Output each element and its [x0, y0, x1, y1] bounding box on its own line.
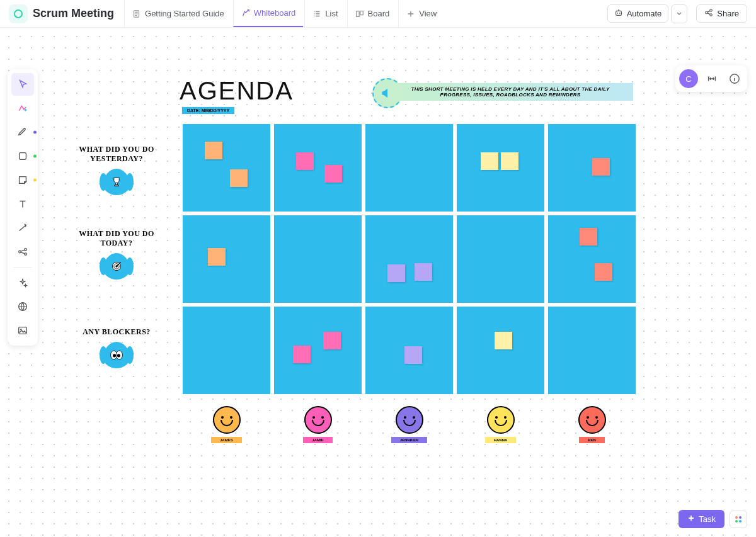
apps-button[interactable]: [730, 511, 747, 528]
agenda-heading: AGENDA: [180, 77, 294, 105]
tab-board[interactable]: Board: [347, 0, 398, 27]
row-text: What did you do today?: [79, 229, 154, 247]
person-name: HANNA: [485, 437, 517, 443]
chevron-down-icon: [675, 9, 683, 17]
sticky-note[interactable]: [404, 346, 422, 364]
tool-web[interactable]: [11, 295, 34, 318]
row-label-blockers: Any blockers?: [72, 327, 161, 368]
sticky-note[interactable]: [501, 152, 518, 170]
tab-label: List: [325, 9, 338, 18]
sticky-note[interactable]: [580, 228, 597, 246]
tool-relationship[interactable]: [11, 240, 34, 263]
tab-whiteboard[interactable]: Whiteboard: [233, 0, 303, 27]
grid-cell[interactable]: [457, 124, 544, 212]
eyes-icon: [103, 342, 130, 368]
description-banner: This short meeting is held every day and…: [387, 83, 633, 101]
tool-select[interactable]: [11, 73, 34, 96]
app-logo: [9, 4, 28, 23]
sticky-note[interactable]: [205, 142, 222, 159]
new-task-button[interactable]: Task: [679, 510, 724, 528]
svg-point-5: [619, 13, 621, 14]
tool-text[interactable]: [11, 193, 34, 215]
svg-point-26: [735, 520, 738, 523]
scrum-grid: [183, 124, 636, 394]
person-name: BEN: [579, 437, 605, 443]
automate-dropdown[interactable]: [671, 4, 687, 23]
person-name: JENNIFER: [391, 437, 428, 443]
sticky-note[interactable]: [387, 264, 405, 282]
tool-pen[interactable]: [11, 121, 34, 144]
canvas[interactable]: C AGENDA DATE: MM/DD/YYYY This short mee…: [0, 28, 756, 537]
svg-rect-14: [19, 327, 27, 334]
tab-add-view[interactable]: View: [398, 0, 444, 27]
sticky-note[interactable]: [230, 169, 248, 187]
sticky-note[interactable]: [323, 332, 341, 349]
share-button[interactable]: Share: [696, 4, 747, 23]
tab-getting-started[interactable]: Getting Started Guide: [124, 0, 232, 27]
grid-cell[interactable]: [548, 215, 636, 303]
automate-button[interactable]: Automate: [607, 4, 669, 23]
sticky-note[interactable]: [481, 152, 498, 170]
sticky-note[interactable]: [495, 332, 512, 349]
tab-label: Getting Started Guide: [145, 9, 224, 18]
tool-ai[interactable]: [11, 97, 34, 120]
svg-point-23: [117, 354, 120, 357]
whiteboard-icon: [241, 9, 250, 18]
smiley-icon: [487, 406, 515, 434]
tool-shape[interactable]: [11, 145, 34, 167]
doc-icon: [132, 9, 141, 18]
sticky-note[interactable]: [296, 152, 314, 170]
grid-cell[interactable]: [365, 307, 453, 394]
board-icon: [355, 9, 364, 18]
person: JAMES: [183, 406, 270, 443]
grid-cell[interactable]: [365, 215, 453, 303]
view-tabs: Getting Started Guide Whiteboard List Bo…: [124, 0, 444, 27]
fit-width-button[interactable]: [703, 70, 721, 88]
grid-cell[interactable]: [365, 124, 453, 212]
tool-image[interactable]: [11, 319, 34, 342]
svg-point-25: [739, 516, 742, 519]
sticky-note[interactable]: [415, 263, 432, 281]
trophy-icon: [103, 169, 130, 195]
tool-sticky[interactable]: [11, 169, 34, 191]
automate-label: Automate: [627, 9, 662, 18]
grid-cell[interactable]: [548, 307, 636, 394]
grid-cell[interactable]: [183, 124, 270, 212]
plus-icon: [406, 9, 415, 18]
grid-cell[interactable]: [183, 215, 270, 303]
tab-list[interactable]: List: [304, 0, 345, 27]
person-name: JAMES: [211, 437, 242, 443]
tool-connector[interactable]: [11, 217, 34, 239]
svg-point-4: [617, 13, 618, 14]
user-avatar[interactable]: C: [679, 69, 698, 88]
svg-point-22: [113, 354, 116, 357]
svg-point-27: [739, 520, 742, 523]
grid-cell[interactable]: [183, 307, 270, 394]
tab-label: View: [419, 9, 437, 18]
grid-cell[interactable]: [274, 124, 362, 212]
svg-point-7: [710, 9, 713, 12]
smiley-icon: [213, 406, 241, 434]
grid-cell[interactable]: [274, 215, 362, 303]
canvas-controls: C: [675, 65, 747, 92]
sticky-note[interactable]: [592, 158, 610, 176]
task-label: Task: [699, 514, 716, 524]
sticky-note[interactable]: [595, 263, 612, 281]
info-button[interactable]: [726, 70, 743, 88]
grid-cell[interactable]: [274, 307, 362, 394]
grid-cell[interactable]: [457, 215, 544, 303]
date-label: DATE: MM/DD/YYYY: [182, 107, 234, 114]
sticky-note[interactable]: [293, 346, 311, 363]
svg-point-15: [20, 329, 21, 330]
smiley-icon: [304, 406, 332, 434]
svg-point-12: [25, 253, 27, 256]
person: HANNA: [457, 406, 544, 443]
smiley-icon: [396, 406, 423, 434]
sticky-note[interactable]: [324, 165, 342, 183]
tool-sparkle[interactable]: [11, 271, 34, 294]
grid-cell[interactable]: [457, 307, 544, 394]
svg-point-11: [25, 249, 27, 251]
sticky-note[interactable]: [208, 248, 226, 266]
grid-cell[interactable]: [548, 124, 636, 212]
tab-label: Board: [368, 9, 390, 18]
